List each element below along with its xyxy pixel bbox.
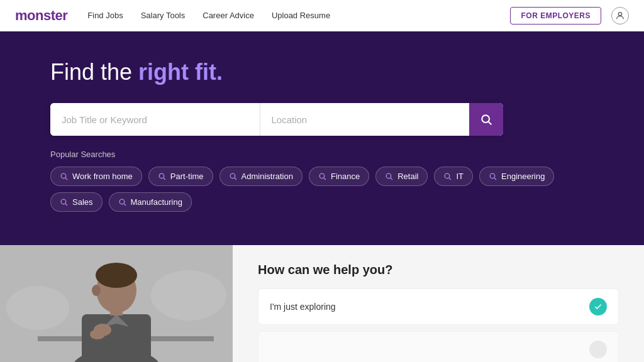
monster-logo-text: monster	[15, 8, 67, 23]
how-help-section: How can we help you? I'm just exploring	[233, 245, 644, 362]
svg-line-6	[164, 178, 165, 180]
svg-point-17	[61, 199, 66, 204]
svg-point-13	[445, 173, 450, 178]
popular-tag[interactable]: Finance	[309, 167, 369, 186]
search-bar	[50, 103, 503, 136]
svg-line-8	[235, 178, 236, 180]
checkmark-icon	[594, 302, 602, 311]
tag-search-icon	[443, 172, 452, 180]
svg-point-30	[96, 263, 137, 288]
popular-searches-label: Popular Searches	[50, 150, 594, 159]
help-option-exploring[interactable]: I'm just exploring	[258, 288, 619, 325]
popular-tag-label: IT	[456, 172, 464, 181]
svg-point-23	[6, 286, 69, 330]
location-search-input[interactable]	[260, 103, 470, 136]
svg-point-5	[159, 173, 164, 178]
svg-line-10	[324, 178, 326, 180]
tag-search-icon	[158, 172, 166, 180]
help-option-second-circle	[589, 341, 607, 358]
popular-tag[interactable]: Work from home	[50, 167, 142, 186]
popular-tag-label: Finance	[331, 172, 360, 181]
popular-tag-label: Administration	[242, 172, 293, 181]
tag-search-icon	[60, 198, 68, 206]
popular-tags-container: Work from home Part-time Administration …	[50, 167, 594, 212]
popular-tag[interactable]: Engineering	[479, 167, 554, 186]
nav-career-advice[interactable]: Career Advice	[203, 11, 254, 20]
popular-tag-label: Sales	[72, 197, 93, 207]
popular-tag[interactable]: Manufacturing	[109, 192, 192, 212]
popular-tag[interactable]: Part-time	[148, 167, 213, 186]
svg-point-15	[490, 173, 495, 178]
popular-tag[interactable]: IT	[434, 167, 473, 186]
svg-point-0	[618, 12, 621, 15]
svg-point-22	[151, 270, 226, 321]
popular-tag-label: Work from home	[72, 172, 133, 181]
hero-section: Find the right fit. Popular Searches Wor…	[0, 31, 644, 245]
nav-upload-resume[interactable]: Upload Resume	[272, 11, 330, 20]
svg-point-9	[319, 173, 325, 178]
svg-line-12	[391, 178, 392, 180]
svg-point-19	[119, 199, 125, 204]
svg-point-33	[90, 329, 105, 339]
popular-tag-label: Manufacturing	[131, 197, 182, 207]
popular-searches-section: Popular Searches Work from home Part-tim…	[50, 150, 594, 212]
how-help-title: How can we help you?	[258, 263, 619, 277]
popular-tag-label: Part-time	[170, 172, 204, 181]
hero-headline-bold: right fit.	[138, 59, 223, 85]
help-option-label: I'm just exploring	[270, 302, 336, 312]
tag-search-icon	[118, 198, 126, 206]
svg-line-20	[123, 204, 125, 206]
navbar: monster Find Jobs Salary Tools Career Ad…	[0, 0, 644, 31]
popular-tag-label: Engineering	[501, 172, 545, 181]
person-photo	[0, 245, 233, 362]
svg-point-31	[92, 285, 101, 296]
svg-line-4	[65, 178, 67, 180]
svg-point-1	[482, 115, 489, 123]
popular-tag-label: Retail	[397, 172, 418, 181]
hero-image	[0, 245, 233, 362]
for-employers-button[interactable]: FOR EMPLOYERS	[510, 7, 601, 25]
svg-point-3	[61, 173, 66, 178]
popular-tag[interactable]: Administration	[219, 167, 303, 186]
svg-line-18	[65, 204, 67, 206]
nav-find-jobs[interactable]: Find Jobs	[87, 11, 123, 20]
tag-search-icon	[229, 172, 237, 180]
keyword-search-input[interactable]	[50, 103, 260, 136]
hero-headline: Find the right fit.	[50, 59, 594, 85]
hero-headline-prefix: Find the	[50, 59, 138, 85]
svg-line-2	[489, 122, 492, 125]
bottom-section: How can we help you? I'm just exploring	[0, 245, 644, 362]
nav-links: Find Jobs Salary Tools Career Advice Upl…	[87, 11, 510, 20]
help-option-circle	[589, 298, 607, 315]
svg-point-11	[386, 173, 391, 178]
svg-line-16	[494, 178, 496, 180]
popular-tag[interactable]: Sales	[50, 192, 103, 212]
svg-point-7	[230, 173, 235, 178]
brand-logo[interactable]: monster	[15, 8, 67, 24]
user-account-icon[interactable]	[611, 7, 629, 25]
help-option-second[interactable]	[258, 331, 619, 362]
nav-salary-tools[interactable]: Salary Tools	[141, 11, 186, 20]
tag-search-icon	[385, 172, 393, 180]
tag-search-icon	[318, 172, 326, 180]
popular-tag[interactable]: Retail	[375, 167, 428, 186]
search-button[interactable]	[469, 103, 503, 136]
search-icon	[480, 113, 492, 126]
svg-line-14	[449, 178, 451, 180]
tag-search-icon	[489, 172, 497, 180]
tag-search-icon	[60, 172, 68, 180]
person-illustration	[0, 245, 233, 362]
